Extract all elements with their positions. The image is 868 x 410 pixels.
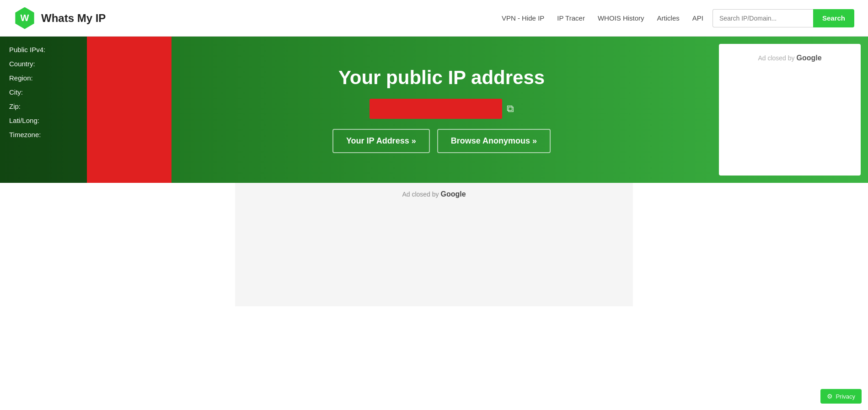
ad-right-box: Ad closed by Google: [719, 44, 861, 176]
bottom-ad-box: Ad closed by Google: [235, 183, 633, 306]
bottom-ad-area: Ad closed by Google: [0, 183, 868, 306]
info-label-ipv4: Public IPv4:: [9, 46, 78, 53]
info-label-latilong: Lati/Long:: [9, 117, 78, 124]
hero-buttons: Your IP Address » Browse Anonymous »: [332, 129, 551, 153]
logo-link[interactable]: W Whats My IP: [14, 7, 106, 29]
ad-left-box: [87, 37, 171, 183]
nav-item-vpn[interactable]: VPN - Hide IP: [502, 14, 544, 22]
ip-display-row: ⧉: [370, 99, 514, 119]
info-label-region: Region:: [9, 74, 78, 82]
bottom-ad-closed-text: Ad closed by Google: [402, 190, 466, 198]
hero-main: Your public IP address ⧉ Your IP Address…: [171, 37, 712, 183]
header: W Whats My IP VPN - Hide IP IP Tracer WH…: [0, 0, 868, 37]
info-label-timezone: Timezone:: [9, 131, 78, 138]
search-area: Search: [713, 9, 854, 27]
hero-title: Your public IP address: [338, 67, 545, 89]
search-button[interactable]: Search: [813, 9, 854, 27]
nav-item-api[interactable]: API: [692, 14, 703, 22]
site-name: Whats My IP: [41, 12, 106, 25]
nav-item-articles[interactable]: Articles: [657, 14, 680, 22]
browse-anonymous-button[interactable]: Browse Anonymous »: [437, 129, 551, 153]
info-label-country: Country:: [9, 60, 78, 68]
nav-item-whois[interactable]: WHOIS History: [598, 14, 644, 22]
ip-info-panel: Public IPv4: Country: Region: City: Zip:…: [0, 37, 87, 183]
ip-value-box: [370, 99, 502, 119]
logo-letter: W: [21, 13, 29, 23]
logo-hex: W: [14, 7, 36, 29]
hero-section: Public IPv4: Country: Region: City: Zip:…: [0, 37, 868, 183]
info-label-city: City:: [9, 88, 78, 96]
info-label-zip: Zip:: [9, 102, 78, 110]
copy-icon[interactable]: ⧉: [507, 103, 514, 115]
ad-closed-label-right: Ad closed by Google: [758, 54, 821, 62]
your-ip-address-button[interactable]: Your IP Address »: [332, 129, 430, 153]
main-nav: VPN - Hide IP IP Tracer WHOIS History Ar…: [502, 14, 703, 22]
search-input[interactable]: [713, 9, 813, 27]
ad-google-label-right: Google: [796, 54, 821, 62]
bottom-ad-google-label: Google: [440, 190, 466, 198]
nav-item-tracer[interactable]: IP Tracer: [557, 14, 585, 22]
